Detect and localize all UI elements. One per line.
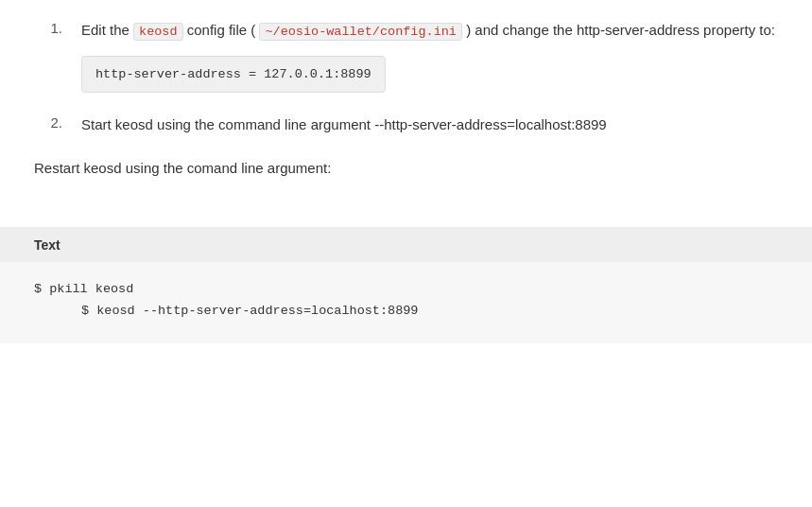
section-label: Text bbox=[34, 237, 60, 253]
item-2-text: Start keosd using the command line argum… bbox=[81, 116, 607, 132]
item-1-text-before: Edit the bbox=[81, 22, 133, 38]
page-content: 1. Edit the keosd config file ( ~/eosio-… bbox=[0, 0, 812, 219]
terminal-line-1: $ pkill keosd bbox=[34, 279, 778, 301]
inline-code-config-path: ~/eosio-wallet/config.ini bbox=[259, 23, 462, 41]
item-1-content: Edit the keosd config file ( ~/eosio-wal… bbox=[81, 19, 778, 93]
list-item-2: 2. Start keosd using the command line ar… bbox=[34, 114, 778, 136]
prose-text: Restart keosd using the comand line argu… bbox=[34, 157, 778, 180]
item-number-2: 2. bbox=[34, 114, 81, 131]
item-1-text-middle: config file ( bbox=[183, 22, 260, 38]
list-item: 1. Edit the keosd config file ( ~/eosio-… bbox=[34, 19, 778, 93]
inline-code-keosd: keosd bbox=[133, 23, 183, 41]
section-divider: Text bbox=[0, 227, 812, 262]
numbered-list: 1. Edit the keosd config file ( ~/eosio-… bbox=[34, 19, 778, 136]
terminal-line-2: $ keosd --http-server-address=localhost:… bbox=[34, 301, 778, 323]
terminal-block: $ pkill keosd $ keosd --http-server-addr… bbox=[0, 262, 812, 343]
item-1-text-after: ) and change the http-server-address pro… bbox=[462, 22, 775, 38]
item-number-1: 1. bbox=[34, 19, 81, 36]
item-2-content: Start keosd using the command line argum… bbox=[81, 114, 778, 136]
code-block-http-server: http-server-address = 127.0.0.1:8899 bbox=[81, 56, 386, 94]
